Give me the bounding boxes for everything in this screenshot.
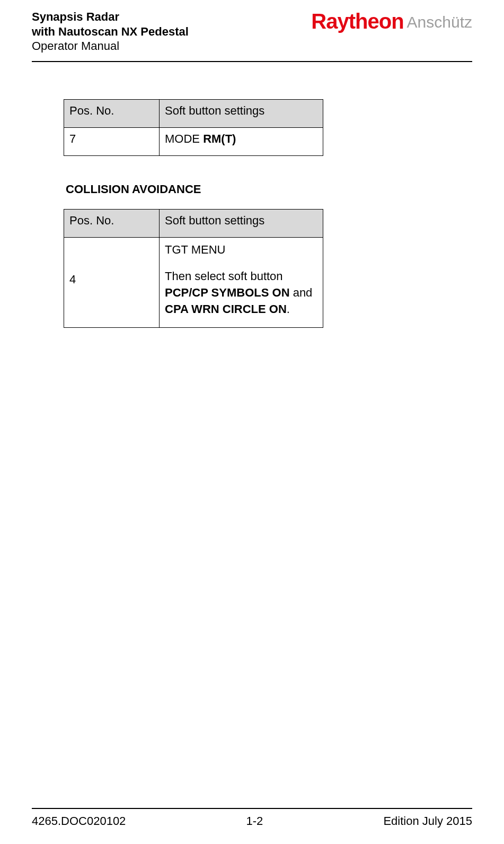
footer-edition: Edition July 2015 [383,814,472,828]
table-row: 7 MODE RM(T) [64,127,323,155]
table-header-row: Pos. No. Soft button settings [64,209,323,237]
cell-pos-no: 7 [64,127,160,155]
anschutz-logo-text: Anschütz [407,12,472,30]
table-header-row: Pos. No. Soft button settings [64,99,323,127]
settings-table-2: Pos. No. Soft button settings 4 TGT MENU… [64,209,323,328]
header-line-2: with Nautoscan NX Pedestal [32,24,189,39]
cell-pos-no: 4 [64,237,160,327]
cell-bold-2: CPA WRN CIRCLE ON [165,302,287,316]
col-pos-no: Pos. No. [64,99,160,127]
cell-text-bold: RM(T) [203,132,236,145]
cell-setting: MODE RM(T) [160,127,323,155]
page-footer: 4265.DOC020102 1-2 Edition July 2015 [32,808,472,828]
header-line-3: Operator Manual [32,39,189,54]
cell-gap [165,258,317,268]
page-header: Synapsis Radar with Nautoscan NX Pedesta… [32,0,472,62]
section-title: COLLISION AVOIDANCE [66,182,472,196]
footer-doc-id: 4265.DOC020102 [32,814,126,828]
settings-table-1: Pos. No. Soft button settings 7 MODE RM(… [64,99,323,156]
raytheon-logo-text: Raytheon [311,11,403,32]
footer-page-number: 1-2 [246,814,263,828]
cell-text-mid: and [290,286,313,299]
col-pos-no: Pos. No. [64,209,160,237]
col-soft-button: Soft button settings [160,209,323,237]
cell-setting: TGT MENU Then select soft button PCP/CP … [160,237,323,327]
cell-text-prefix: MODE [165,132,203,145]
page: Synapsis Radar with Nautoscan NX Pedesta… [0,0,504,844]
cell-body: TGT MENU Then select soft button PCP/CP … [165,242,317,318]
cell-line-1: TGT MENU [165,242,317,258]
footer-divider [32,808,472,809]
table-row: 4 TGT MENU Then select soft button PCP/C… [64,237,323,327]
cell-text: Then select soft button [165,269,283,283]
footer-row: 4265.DOC020102 1-2 Edition July 2015 [32,814,472,828]
col-soft-button: Soft button settings [160,99,323,127]
content-area: Pos. No. Soft button settings 7 MODE RM(… [32,62,472,328]
cell-line-2: Then select soft button PCP/CP SYMBOLS O… [165,268,317,317]
logo: Raytheon Anschütz [311,10,472,32]
header-title-block: Synapsis Radar with Nautoscan NX Pedesta… [32,10,189,54]
cell-text-end: . [287,302,290,316]
header-line-1: Synapsis Radar [32,10,189,24]
cell-bold-1: PCP/CP SYMBOLS ON [165,286,290,299]
